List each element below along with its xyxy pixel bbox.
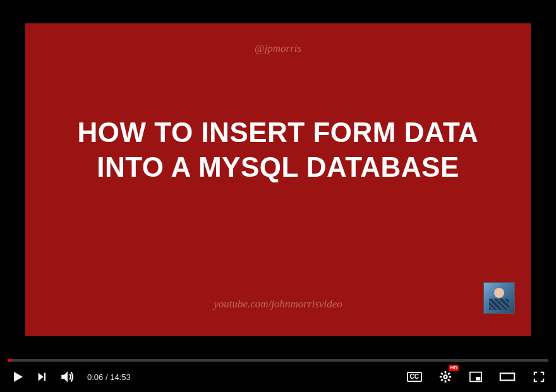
svg-rect-2 xyxy=(445,381,447,383)
play-icon xyxy=(10,369,25,384)
next-button[interactable] xyxy=(33,367,52,386)
video-viewport[interactable]: @jpmorris HOW TO INSERT FORM DATA INTO A… xyxy=(0,0,556,359)
slide-title-line2: INTO A MYSQL DATABASE xyxy=(97,151,459,182)
video-slide: @jpmorris HOW TO INSERT FORM DATA INTO A… xyxy=(25,23,531,336)
volume-icon xyxy=(59,369,76,385)
time-display: 0:06 / 14:53 xyxy=(87,372,131,382)
svg-rect-8 xyxy=(440,379,444,382)
captions-button[interactable]: CC xyxy=(404,369,425,384)
duration: 14:53 xyxy=(110,372,131,382)
svg-rect-5 xyxy=(440,372,444,376)
slide-title-line1: HOW TO INSERT FORM DATA xyxy=(78,117,479,148)
svg-rect-7 xyxy=(447,372,450,376)
next-icon xyxy=(35,370,49,384)
theater-button[interactable] xyxy=(497,368,518,386)
svg-rect-4 xyxy=(449,376,452,378)
progress-played xyxy=(8,359,11,362)
controls-left: 0:06 / 14:53 xyxy=(8,366,131,388)
slide-url: youtube.com/johnmorrisvideo xyxy=(214,298,342,311)
time-separator: / xyxy=(103,372,110,382)
svg-rect-10 xyxy=(476,377,480,381)
svg-rect-3 xyxy=(440,376,442,378)
fullscreen-icon xyxy=(532,370,546,384)
theater-icon xyxy=(499,371,516,383)
hd-badge: HD xyxy=(449,365,459,371)
controls-right: CC HD xyxy=(404,367,548,386)
volume-button[interactable] xyxy=(57,366,78,388)
fullscreen-button[interactable] xyxy=(529,367,548,386)
gear-icon xyxy=(438,370,452,384)
play-button[interactable] xyxy=(8,367,28,387)
cc-icon: CC xyxy=(407,372,422,382)
slide-title: HOW TO INSERT FORM DATA INTO A MYSQL DAT… xyxy=(59,115,498,184)
progress-bar[interactable] xyxy=(8,359,548,362)
svg-rect-1 xyxy=(445,371,447,374)
svg-rect-11 xyxy=(500,373,514,380)
svg-rect-6 xyxy=(447,379,450,382)
miniplayer-button[interactable] xyxy=(466,368,485,386)
player-controls: 0:06 / 14:53 CC xyxy=(0,362,556,392)
svg-rect-0 xyxy=(44,373,45,381)
settings-button[interactable]: HD xyxy=(436,367,455,386)
slide-handle: @jpmorris xyxy=(255,42,301,55)
miniplayer-icon xyxy=(469,371,483,383)
current-time: 0:06 xyxy=(87,372,103,382)
video-player: @jpmorris HOW TO INSERT FORM DATA INTO A… xyxy=(0,0,556,392)
channel-avatar[interactable] xyxy=(483,282,515,314)
